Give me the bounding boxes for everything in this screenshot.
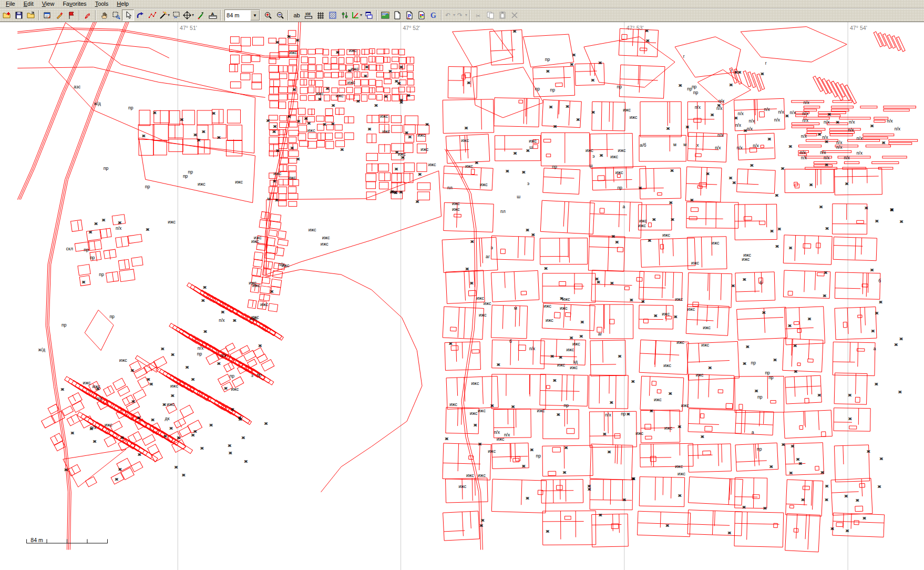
- menu-help[interactable]: Help: [112, 0, 133, 8]
- delete-button: [508, 9, 520, 21]
- svg-text:ижс: ижс: [466, 473, 475, 478]
- svg-text:км: км: [305, 11, 311, 16]
- cut-region-button[interactable]: ✂: [170, 9, 182, 21]
- svg-text:ж: ж: [270, 289, 274, 294]
- page-legend-button[interactable]: [415, 9, 427, 21]
- measure-button[interactable]: A: [207, 9, 219, 21]
- svg-text:ижс: ижс: [309, 227, 317, 232]
- svg-text:п/х: п/х: [801, 155, 807, 160]
- svg-text:ж: ж: [356, 98, 360, 104]
- svg-text:ж: ж: [340, 147, 344, 152]
- map-canvas[interactable]: 47° 51'47° 52'47° 53'47° 54'жжжжжжжжжжжж…: [0, 22, 924, 570]
- svg-text:м: м: [673, 142, 676, 147]
- svg-text:ж: ж: [855, 497, 859, 503]
- svg-text:ж: ж: [322, 121, 326, 127]
- scale-combo-dropdown-icon[interactable]: ▼: [250, 10, 260, 21]
- svg-text:ж: ж: [825, 483, 829, 488]
- save-button[interactable]: [13, 9, 25, 21]
- menu-edit[interactable]: Edit: [19, 0, 38, 8]
- new-page-button[interactable]: [391, 9, 403, 21]
- svg-text:п/х: п/х: [857, 136, 863, 141]
- direction-button[interactable]: [194, 9, 207, 21]
- svg-text:э: э: [527, 181, 530, 186]
- axes-button[interactable]: ▾: [351, 9, 363, 21]
- svg-text:ж: ж: [141, 133, 146, 138]
- svg-text:ж: ж: [877, 484, 881, 489]
- svg-text:ж: ж: [732, 180, 736, 185]
- paste-button: [496, 9, 508, 21]
- svg-text:п/х: п/х: [219, 318, 225, 323]
- google-button[interactable]: G: [427, 9, 439, 21]
- dropdown-arrow-icon: ▾: [360, 13, 362, 17]
- scale-combo[interactable]: 84 m▼: [224, 9, 260, 21]
- move-icon: [183, 11, 191, 19]
- export-folder-button[interactable]: [25, 9, 37, 21]
- svg-text:пл: пл: [500, 209, 506, 214]
- menu-favorites[interactable]: Favorites: [58, 0, 90, 8]
- edit-object-button[interactable]: [53, 9, 65, 21]
- select-pointer-button[interactable]: [122, 9, 134, 21]
- menu-tools[interactable]: Tools: [91, 0, 113, 8]
- svg-text:ижс: ижс: [288, 175, 296, 180]
- menu-bar: File Edit View Favorites Tools Help: [0, 0, 924, 8]
- copy-button: [484, 9, 496, 21]
- scale-units-button[interactable]: км: [302, 9, 314, 21]
- zoom-out-button[interactable]: [274, 9, 286, 21]
- cascade-windows-button[interactable]: [363, 9, 375, 21]
- svg-text:пр: пр: [90, 255, 95, 260]
- svg-text:ж: ж: [844, 493, 848, 498]
- draw-polyline-button[interactable]: [146, 9, 158, 21]
- svg-text:ж: ж: [820, 470, 824, 475]
- svg-text:ж: ж: [131, 399, 136, 404]
- hatch-layer-button[interactable]: [326, 9, 338, 21]
- svg-text:ж: ж: [425, 121, 429, 127]
- toolbar-separator: [38, 10, 39, 21]
- svg-text:ж: ж: [742, 504, 746, 510]
- svg-text:G: G: [430, 12, 436, 19]
- svg-text:п/х: п/х: [764, 107, 770, 112]
- page-report-button[interactable]: P: [403, 9, 415, 21]
- menu-view[interactable]: View: [38, 0, 59, 8]
- svg-text:п/х: п/х: [790, 110, 796, 115]
- svg-text:ж: ж: [789, 470, 793, 475]
- svg-text:п/х: п/х: [715, 145, 721, 150]
- toolbar-separator: [469, 10, 470, 21]
- open-map-button[interactable]: [1, 9, 13, 21]
- svg-text:аг: аг: [486, 254, 490, 259]
- previous-view-button[interactable]: [134, 9, 146, 21]
- svg-text:ж: ж: [894, 342, 898, 347]
- svg-text:ж: ж: [525, 227, 529, 232]
- dropdown-arrow-icon: ▾: [192, 13, 194, 17]
- zoom-in-button[interactable]: [262, 9, 274, 21]
- zoom-out-icon: [276, 11, 284, 19]
- svg-text:ж: ж: [384, 94, 388, 99]
- vertex-edit-button[interactable]: [338, 9, 351, 21]
- svg-text:ж: ж: [879, 456, 884, 461]
- svg-text:ж: ж: [572, 52, 576, 57]
- svg-text:ж: ж: [819, 204, 823, 209]
- magic-wand-button[interactable]: ▾: [158, 9, 170, 21]
- move-objects-button[interactable]: ▾: [182, 9, 194, 21]
- svg-text:ж: ж: [266, 118, 270, 123]
- delete-gray-icon: [510, 11, 519, 19]
- svg-text:P: P: [408, 13, 411, 18]
- zoom-box-button[interactable]: [110, 9, 122, 21]
- svg-text:ж: ж: [480, 517, 485, 523]
- svg-text:ж: ж: [790, 443, 795, 449]
- scale-value[interactable]: 84 m: [225, 11, 250, 19]
- svg-text:ж: ж: [325, 86, 330, 91]
- svg-text:ж: ж: [549, 104, 553, 109]
- svg-text:ж: ж: [505, 168, 509, 174]
- svg-text:ж/д: ж/д: [94, 101, 101, 106]
- gps-button[interactable]: [81, 9, 94, 21]
- grid-button[interactable]: [314, 9, 326, 21]
- menu-file[interactable]: File: [2, 0, 19, 8]
- labels-button[interactable]: ab: [290, 9, 302, 21]
- svg-text:ж: ж: [809, 182, 813, 187]
- svg-text:ж: ж: [88, 229, 93, 235]
- svg-text:ж: ж: [611, 233, 615, 239]
- properties-button[interactable]: [41, 9, 53, 21]
- raster-map-button[interactable]: [379, 9, 391, 21]
- placemark-button[interactable]: [65, 9, 77, 21]
- pan-button[interactable]: [98, 9, 110, 21]
